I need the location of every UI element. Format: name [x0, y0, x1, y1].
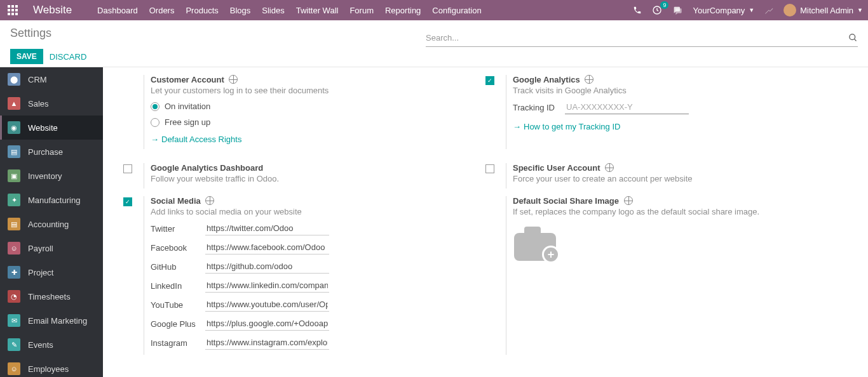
debug-icon[interactable]: [764, 6, 773, 15]
user-menu[interactable]: Mitchell Admin▼: [783, 4, 863, 17]
nav-dashboard[interactable]: Dashboard: [97, 6, 138, 15]
timesheets-icon: ◔: [8, 290, 20, 303]
sidebar-item-website[interactable]: ◉Website: [0, 116, 103, 140]
manufacturing-icon: ✦: [8, 194, 20, 206]
activity-icon[interactable]: 9: [652, 5, 662, 15]
search-bar: [426, 30, 858, 47]
instagram-input[interactable]: [205, 336, 329, 350]
sidebar-item-label: Manufacturing: [28, 195, 80, 205]
top-navbar: Website Dashboard Orders Products Blogs …: [0, 0, 868, 20]
sidebar-item-label: Inventory: [28, 171, 62, 181]
nav-menu: Dashboard Orders Products Blogs Slides T…: [97, 6, 633, 15]
github-input[interactable]: [205, 260, 329, 274]
nav-forum[interactable]: Forum: [349, 6, 374, 15]
sidebar-item-label: Timesheets: [28, 292, 71, 301]
default-access-rights-link[interactable]: →Default Access Rights: [151, 135, 241, 144]
search-input[interactable]: [426, 30, 848, 45]
customer-account-title: Customer Account: [151, 75, 224, 84]
payroll-icon: ☺: [8, 242, 20, 255]
save-button[interactable]: SAVE: [10, 49, 43, 64]
crm-icon: ⬤: [8, 73, 20, 86]
events-icon: ✎: [8, 338, 20, 351]
youtube-input[interactable]: [205, 298, 329, 312]
sidebar-item-employees[interactable]: ☺Employees: [0, 357, 103, 377]
gplus-label: Google Plus: [151, 319, 205, 329]
sidebar-item-purchase[interactable]: ▤Purchase: [0, 140, 103, 164]
specific-user-checkbox[interactable]: [485, 164, 494, 173]
activity-badge: 9: [660, 1, 668, 9]
radio-label: On invitation: [165, 102, 210, 111]
discard-button[interactable]: DISCARD: [50, 52, 87, 62]
inventory-icon: ▣: [8, 169, 20, 182]
ga-dashboard-checkbox[interactable]: [123, 164, 132, 173]
share-image-upload[interactable]: +: [513, 225, 564, 263]
facebook-label: Facebook: [151, 243, 205, 253]
company-switcher[interactable]: YourCompany▼: [693, 6, 754, 15]
instagram-label: Instagram: [151, 338, 205, 348]
sidebar-item-events[interactable]: ✎Events: [0, 333, 103, 357]
website-icon: ◉: [8, 121, 20, 134]
facebook-input[interactable]: [205, 241, 329, 255]
company-name: YourCompany: [693, 6, 745, 15]
apps-launcher-icon[interactable]: [5, 3, 20, 18]
nav-slides[interactable]: Slides: [262, 6, 284, 15]
social-media-desc: Add links to social media on your websit…: [151, 207, 485, 216]
gplus-input[interactable]: [205, 317, 329, 331]
youtube-label: YouTube: [151, 300, 205, 310]
accounting-icon: ▤: [8, 218, 20, 230]
sidebar-item-label: CRM: [28, 75, 47, 84]
sidebar-item-crm[interactable]: ⬤CRM: [0, 67, 103, 91]
specific-user-desc: Force your user to create an account per…: [513, 174, 848, 183]
svg-line-2: [854, 39, 856, 41]
settings-main: Customer Account Let your customers log …: [103, 67, 868, 377]
settings-sidebar: ⬤CRM ▲Sales ◉Website ▤Purchase ▣Inventor…: [0, 67, 103, 377]
linkedin-label: LinkedIn: [151, 281, 205, 291]
nav-orders[interactable]: Orders: [149, 6, 175, 15]
sidebar-item-project[interactable]: ✚Project: [0, 260, 103, 284]
svg-point-1: [850, 34, 855, 40]
nav-reporting[interactable]: Reporting: [385, 6, 421, 15]
sidebar-item-manufacturing[interactable]: ✦Manufacturing: [0, 188, 103, 212]
linkedin-input[interactable]: [205, 279, 329, 293]
email-icon: ✉: [8, 314, 20, 327]
globe-icon: [205, 196, 214, 205]
discuss-icon[interactable]: [672, 5, 682, 15]
globe-icon: [624, 196, 633, 205]
topnav-right: 9 YourCompany▼ Mitchell Admin▼: [633, 4, 863, 17]
nav-products[interactable]: Products: [186, 6, 218, 15]
sidebar-item-label: Events: [28, 340, 53, 350]
sidebar-item-label: Website: [28, 123, 58, 133]
app-brand[interactable]: Website: [33, 4, 72, 17]
radio-free-signup[interactable]: [151, 118, 159, 127]
radio-label: Free sign up: [165, 117, 210, 127]
sidebar-item-accounting[interactable]: ▤Accounting: [0, 212, 103, 236]
sidebar-item-label: Purchase: [28, 147, 63, 157]
purchase-icon: ▤: [8, 145, 20, 158]
project-icon: ✚: [8, 266, 20, 279]
twitter-input[interactable]: [205, 222, 329, 235]
ga-dashboard-title: Google Analytics Dashboard: [151, 163, 263, 173]
sidebar-item-email-marketing[interactable]: ✉Email Marketing: [0, 308, 103, 333]
nav-blogs[interactable]: Blogs: [230, 6, 251, 15]
google-analytics-checkbox[interactable]: ✓: [485, 76, 494, 85]
radio-on-invitation[interactable]: [151, 102, 159, 111]
how-to-get-tracking-id-link[interactable]: →How to get my Tracking ID: [513, 122, 620, 131]
sidebar-item-payroll[interactable]: ☺Payroll: [0, 236, 103, 260]
search-icon[interactable]: [848, 33, 858, 43]
nav-twitter-wall[interactable]: Twitter Wall: [296, 6, 339, 15]
sidebar-item-timesheets[interactable]: ◔Timesheets: [0, 284, 103, 308]
phone-icon[interactable]: [633, 6, 642, 15]
globe-icon: [585, 75, 593, 84]
page-title: Settings: [10, 27, 426, 40]
employees-icon: ☺: [8, 362, 20, 375]
sidebar-item-sales[interactable]: ▲Sales: [0, 91, 103, 116]
sidebar-item-label: Accounting: [28, 220, 69, 229]
sidebar-item-label: Payroll: [28, 244, 53, 253]
sidebar-item-label: Email Marketing: [28, 316, 87, 326]
control-panel: Settings SAVE DISCARD: [0, 20, 868, 67]
sidebar-item-inventory[interactable]: ▣Inventory: [0, 164, 103, 188]
social-media-checkbox[interactable]: ✓: [123, 197, 132, 206]
nav-configuration[interactable]: Configuration: [432, 6, 481, 15]
tracking-id-input[interactable]: [565, 100, 689, 114]
ga-dashboard-desc: Follow your website traffic in Odoo.: [151, 174, 485, 183]
